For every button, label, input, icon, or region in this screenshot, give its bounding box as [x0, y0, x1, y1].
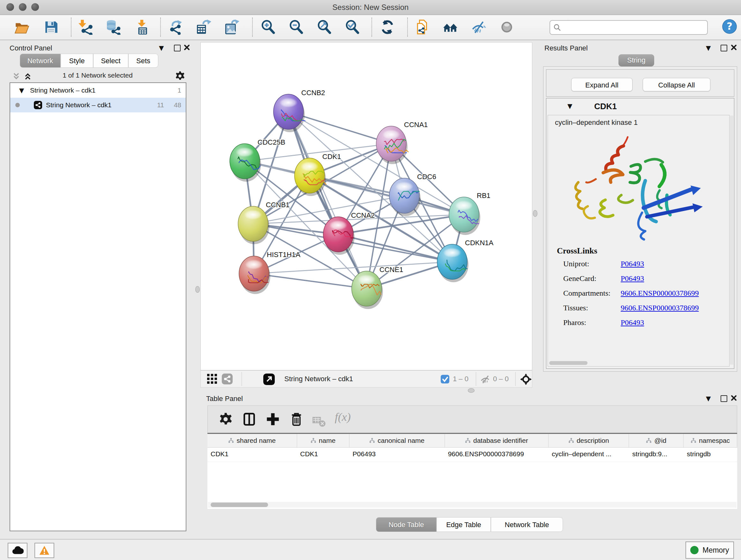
tab-network[interactable]: Network: [20, 54, 61, 68]
table-cell[interactable]: CDK1: [297, 448, 349, 462]
hidden-eye-slash-icon[interactable]: [480, 375, 490, 385]
grid-view-icon[interactable]: [207, 374, 217, 385]
home-panels-icon[interactable]: [443, 19, 458, 35]
table-panel-close-icon[interactable]: [731, 395, 737, 402]
crosshair-icon[interactable]: [520, 373, 532, 387]
hide-eye-icon[interactable]: [471, 19, 486, 35]
column-header-shared-name[interactable]: shared name: [207, 434, 297, 447]
import-database-icon[interactable]: [106, 19, 121, 35]
node-HIST1H1A[interactable]: HIST1H1A: [239, 251, 300, 294]
column-header-description[interactable]: description: [549, 434, 629, 447]
column-header-canonical-name[interactable]: canonical name: [349, 434, 445, 447]
open-session-icon[interactable]: [14, 19, 29, 35]
table-cell[interactable]: P06493: [349, 448, 445, 462]
table-cell[interactable]: stringdb: [684, 448, 737, 462]
node-CCNB2[interactable]: CCNB2: [273, 89, 325, 132]
tab-node-table[interactable]: Node Table: [376, 517, 436, 532]
table-row[interactable]: CDK1CDK1P064939606.ENSP00000378699cyclin…: [207, 448, 737, 462]
zoom-in-icon[interactable]: [260, 19, 276, 35]
show-eye-icon[interactable]: [499, 19, 515, 35]
entry-hscrollbar-thumb[interactable]: [549, 361, 588, 365]
memory-button[interactable]: Memory: [685, 542, 734, 559]
search-input[interactable]: [563, 21, 705, 33]
edge-CCNB2-CCNE1[interactable]: [288, 112, 367, 289]
network-canvas[interactable]: CCNB2CCNA1CDC25BCDK1CDC6RB1CCNB1CCNA2CDK…: [200, 42, 532, 370]
crosslink-link[interactable]: 9606.ENSP00000378699: [621, 304, 699, 312]
zoom-fit-icon[interactable]: [317, 19, 332, 35]
birds-eye-icon[interactable]: [263, 374, 275, 386]
tab-edge-table[interactable]: Edge Table: [436, 517, 491, 532]
results-panel-close-icon[interactable]: [731, 44, 737, 52]
table-cell[interactable]: CDK1: [207, 448, 297, 462]
node-result-header[interactable]: ▼ CDK1: [546, 98, 734, 115]
save-session-icon[interactable]: [44, 19, 59, 35]
export-network-icon[interactable]: [169, 19, 184, 35]
export-image-icon[interactable]: [224, 19, 239, 35]
search-box[interactable]: [549, 20, 708, 35]
node-CCNA1[interactable]: CCNA1: [376, 121, 428, 164]
network-options-gear-icon[interactable]: [175, 71, 185, 82]
tab-string[interactable]: String: [618, 54, 654, 66]
import-network-icon[interactable]: [78, 19, 94, 35]
cloud-button[interactable]: [8, 543, 27, 558]
crosslink-link[interactable]: P06493: [621, 260, 644, 268]
copy-style-icon[interactable]: [415, 19, 430, 35]
node-table[interactable]: shared namenamecanonical namedatabase id…: [207, 433, 737, 509]
table-cell[interactable]: 9606.ENSP00000378699: [445, 448, 549, 462]
control-panel-menu-icon[interactable]: ▼: [159, 44, 164, 52]
selected-checkbox-icon[interactable]: [441, 375, 449, 385]
collapse-all-button[interactable]: Collapse All: [643, 78, 711, 91]
column-header-@id[interactable]: @id: [629, 434, 684, 447]
cloud-icon: [11, 546, 23, 555]
network-share-icon[interactable]: [222, 374, 232, 386]
left-splitter-handle[interactable]: [195, 286, 200, 293]
column-header-name[interactable]: name: [297, 434, 349, 447]
show-columns-icon[interactable]: [242, 412, 256, 426]
refresh-layout-icon[interactable]: [380, 19, 395, 35]
export-table-icon[interactable]: [196, 19, 211, 35]
tab-style[interactable]: Style: [61, 54, 93, 68]
table-hscrollbar[interactable]: [208, 502, 737, 508]
collection-expand-icon[interactable]: ▼: [19, 86, 24, 94]
table-panel-menu-icon[interactable]: ▼: [706, 395, 711, 402]
table-cell[interactable]: stringdb:9...: [629, 448, 684, 462]
network-collection-row[interactable]: ▼ String Network – cdk1 1: [10, 83, 186, 98]
table-hscrollbar-thumb[interactable]: [211, 503, 268, 507]
crosslink-row: Uniprot:P06493: [563, 260, 726, 268]
collapse-entry-icon[interactable]: ▼: [567, 102, 572, 110]
import-table-icon[interactable]: [135, 19, 150, 35]
table-settings-gear-icon[interactable]: [219, 412, 232, 426]
results-panel-menu-icon[interactable]: ▼: [706, 44, 711, 52]
control-panel-close-icon[interactable]: [184, 44, 190, 52]
tab-network-table[interactable]: Network Table: [491, 517, 563, 532]
results-panel-title: Results Panel: [544, 44, 588, 52]
zoom-selected-icon[interactable]: [345, 19, 360, 35]
node-CDKN1A[interactable]: CDKN1A: [437, 239, 494, 282]
warning-button[interactable]: [35, 543, 54, 558]
edge-CCNE1-HIST1H1A[interactable]: [254, 273, 367, 289]
tab-sets[interactable]: Sets: [128, 54, 158, 68]
delete-column-icon[interactable]: [289, 412, 304, 426]
crosslink-link[interactable]: 9606.ENSP00000378699: [621, 289, 699, 298]
crosslink-link[interactable]: P06493: [621, 318, 644, 327]
node-CDC25B[interactable]: CDC25B: [230, 138, 285, 182]
column-header-namespac[interactable]: namespac: [684, 434, 737, 447]
add-column-icon[interactable]: [266, 412, 280, 426]
column-header-database-identifier[interactable]: database identifier: [445, 434, 549, 447]
help-icon[interactable]: ?: [722, 19, 737, 34]
network-row-selected[interactable]: String Network – cdk1 11 48: [10, 98, 186, 112]
entry-vscrollbar[interactable]: [729, 116, 733, 365]
tab-select[interactable]: Select: [93, 54, 128, 68]
right-splitter-handle[interactable]: [533, 210, 537, 217]
crosslink-link[interactable]: P06493: [621, 274, 644, 283]
results-panel-float-icon[interactable]: [721, 45, 727, 51]
node-RB1[interactable]: RB1: [449, 192, 490, 235]
bottom-splitter-handle[interactable]: [468, 388, 475, 393]
table-panel-float-icon[interactable]: [721, 395, 727, 402]
expand-all-button[interactable]: Expand All: [571, 78, 632, 91]
table-cell[interactable]: cyclin–dependent ...: [549, 448, 629, 462]
control-panel-float-icon[interactable]: [174, 45, 181, 51]
crosslink-label: Pharos:: [563, 318, 586, 327]
network-graph[interactable]: CCNB2CCNA1CDC25BCDK1CDC6RB1CCNB1CCNA2CDK…: [201, 43, 532, 370]
zoom-out-icon[interactable]: [288, 19, 304, 35]
